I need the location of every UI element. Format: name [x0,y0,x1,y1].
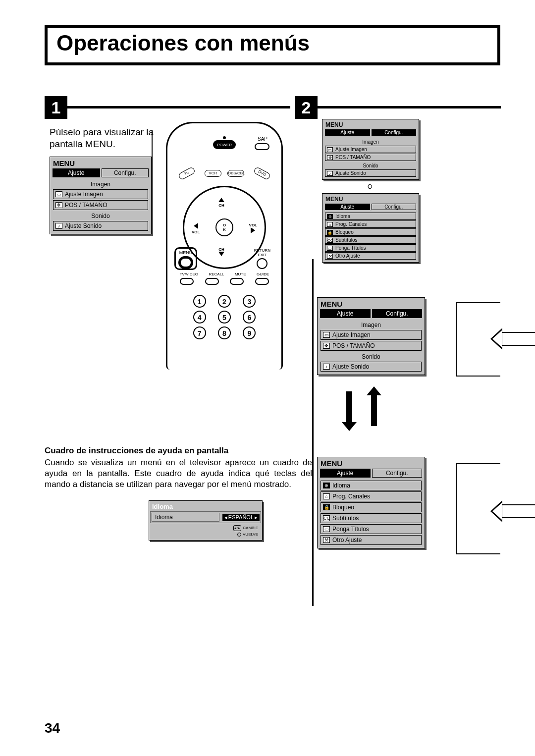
menu-item-idioma[interactable]: ⊕Idioma [321,481,422,490]
step-1-instruction: Púlselo para visualizar la pantalla MENU… [50,126,159,150]
mode-dbs-button[interactable]: DBS/CBL [227,170,244,177]
tab-configu[interactable]: Configu. [372,469,423,478]
vertical-arrows [342,386,381,431]
ok-button[interactable]: OK [215,218,233,236]
num-3-button[interactable]: 3 [243,295,256,308]
tab-configu[interactable]: Configu. [102,168,149,177]
num-1-button[interactable]: 1 [193,295,206,308]
step-1-rule [67,106,290,108]
num-5-button[interactable]: 5 [218,311,231,324]
menu-item-bloqueo[interactable]: 🔒Bloqueo [325,228,416,236]
cc-icon: CC [323,515,330,521]
page-title-box: Operaciones con menús [45,25,500,65]
sound-icon: ♪ [55,223,62,229]
page-number: 34 [45,720,60,736]
num-6-button[interactable]: 6 [243,311,256,324]
menu-item-ajuste-sonido[interactable]: ♪Ajuste Sonido [321,362,422,372]
num-9-button[interactable]: 9 [243,326,256,339]
menu-panel-step2-configu-small: MENU Ajuste Configu. ⊕Idioma ⌂Prog. Cana… [322,193,419,263]
idioma-value[interactable]: ◂ESPAÑOL▸ [222,514,260,521]
guide-label: GUIDE [257,272,269,276]
mode-vcr-button[interactable]: VCR [205,170,221,177]
menu-item-subtitulos[interactable]: CCSubtítulos [321,513,422,523]
menu-item-ponga-titulos[interactable]: ▭Ponga Títulos [321,524,422,534]
menu-section-sonido: Sonido [52,211,149,220]
dpad-right[interactable]: VOL [249,223,257,234]
menu-panel-configu-large: MENU Ajuste Configu. ⊕Idioma ⌂Prog. Cana… [317,457,425,548]
arrow-up-icon [367,386,381,431]
num-4-button[interactable]: 4 [193,311,206,324]
num-8-button[interactable]: 8 [218,326,231,339]
mode-tv-button[interactable]: TV [178,166,196,180]
recall-button[interactable] [205,278,219,285]
right-box-top [456,302,500,377]
number-pad: 1 2 3 4 5 6 7 8 9 [167,292,281,342]
return-exit-button[interactable] [257,258,268,269]
menu-item-ajuste-imagen[interactable]: ▭Ajuste Imagen [321,330,422,340]
antenna-icon: ⌂ [323,493,330,499]
arrow-right-icon [251,227,255,233]
arrow-left-icon [194,223,198,229]
step-2-badge: 2 [295,96,318,119]
menu-item-ajuste-imagen[interactable]: ▭Ajuste Imagen [325,146,416,153]
menu-panel-ajuste-large: MENU Ajuste Configu. Imagen ▭Ajuste Imag… [317,297,425,375]
tab-ajuste[interactable]: Ajuste [320,469,371,478]
menu-panel-step2-ajuste-small: MENU Ajuste Configu. Imagen ▭Ajuste Imag… [322,119,419,180]
menu-section-sonido: Sonido [320,352,423,361]
tab-ajuste[interactable]: Ajuste [53,168,100,177]
guide-button[interactable] [255,278,269,285]
sap-button[interactable] [255,143,269,150]
tab-configu[interactable]: Configu. [372,129,417,136]
menu-item-ponga-titulos[interactable]: ▭Ponga Títulos [325,244,416,252]
menu-item-prog-canales[interactable]: ⌂Prog. Canales [325,220,416,228]
mute-button[interactable] [230,278,244,285]
menu-section-sonido: Sonido [324,162,417,169]
tab-ajuste[interactable]: Ajuste [325,129,370,136]
menu-item-otro-ajuste[interactable]: ⚒Otro Ajuste [325,252,416,260]
menu-button[interactable] [178,256,193,269]
tab-configu[interactable]: Configu. [372,204,417,210]
dpad-down[interactable]: CH [218,247,224,257]
section-divider [312,259,314,606]
menu-item-pos-tamano[interactable]: ✥POS / TAMAÑO [53,200,148,210]
menu-title: MENU [323,195,418,204]
arrow-down-icon [218,252,224,256]
menu-item-prog-canales[interactable]: ⌂Prog. Canales [321,491,422,501]
dpad-left[interactable]: VOL [192,223,200,234]
menu-title: MENU [319,458,424,469]
tab-ajuste[interactable]: Ajuste [325,204,370,210]
picture-icon: ▭ [55,191,62,197]
power-led-icon [223,136,226,139]
globe-icon: ⊕ [327,214,333,219]
menu-item-subtitulos[interactable]: CCSubtítulos [325,236,416,244]
sound-icon: ♪ [323,364,330,370]
return-label: RETURN [254,248,270,253]
menu-item-pos-tamano[interactable]: ✥POS / TAMAÑO [321,341,422,351]
power-button[interactable]: POWER [213,140,236,149]
page-title: Operaciones con menús [56,31,488,55]
menu-item-bloqueo[interactable]: 🔒Bloqueo [321,502,422,512]
menu-title: MENU [51,158,150,168]
dpad-up[interactable]: CH [218,198,224,208]
num-2-button[interactable]: 2 [218,295,231,308]
menu-item-ajuste-sonido[interactable]: ♪Ajuste Sonido [53,221,148,231]
step-2-rule [318,106,501,108]
tab-configu[interactable]: Configu. [372,309,423,318]
tvvideo-button[interactable] [180,278,194,285]
menu-item-idioma[interactable]: ⊕Idioma [325,213,416,220]
num-7-button[interactable]: 7 [193,326,206,339]
menu-item-ajuste-imagen[interactable]: ▭Ajuste Imagen [53,189,148,199]
sound-icon: ♪ [327,171,333,176]
mode-dvd-button[interactable]: DVD [253,166,271,180]
menu-item-pos-tamano[interactable]: ✥POS / TAMAÑO [325,154,416,161]
tab-ajuste[interactable]: Ajuste [320,309,371,318]
nav-lr-icon: ◂○▸ [233,525,241,531]
menu-title: MENU [323,120,418,129]
menu-button-label: MENU [178,250,193,255]
menu-item-otro-ajuste[interactable]: ⚒Otro Ajuste [321,535,422,545]
right-box-bottom [456,463,500,554]
menu-item-ajuste-sonido[interactable]: ♪Ajuste Sonido [325,169,416,177]
tvvideo-label: TV/VIDEO [180,272,198,276]
position-icon: ✥ [55,202,62,208]
idioma-title: Idioma [150,502,261,511]
